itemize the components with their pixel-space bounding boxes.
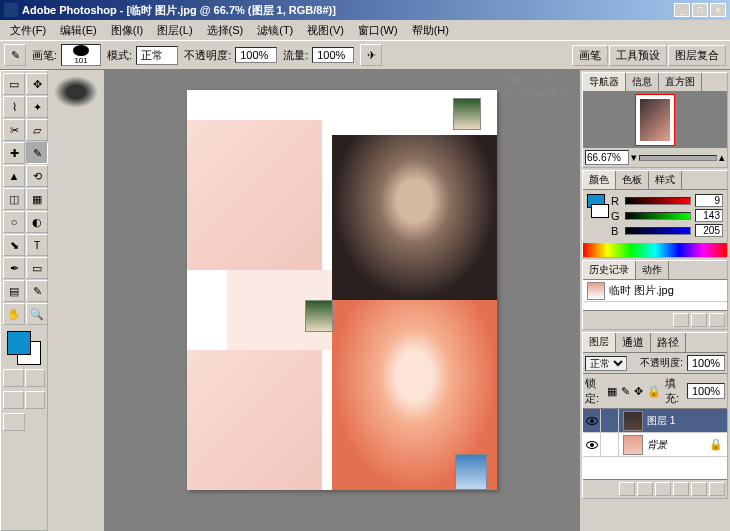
color-spectrum[interactable] <box>583 243 727 257</box>
dodge-tool[interactable]: ◐ <box>26 211 48 233</box>
visibility-toggle[interactable] <box>583 409 601 432</box>
new-snapshot-icon[interactable] <box>673 313 689 327</box>
fill-input[interactable]: 100% <box>687 383 725 399</box>
tab-swatches[interactable]: 色板 <box>616 171 649 189</box>
lock-trans-icon[interactable]: ▦ <box>607 385 617 398</box>
eraser-tool[interactable]: ◫ <box>3 188 25 210</box>
fx-icon[interactable] <box>619 482 635 496</box>
foreground-color[interactable] <box>7 331 31 355</box>
quickmask-mode[interactable] <box>25 369 46 387</box>
move-tool[interactable]: ✥ <box>26 73 48 95</box>
layer-item[interactable]: 背景 🔒 <box>583 433 727 457</box>
layer-name[interactable]: 图层 1 <box>647 414 727 428</box>
menu-filter[interactable]: 滤镜(T) <box>251 21 299 40</box>
new-layer-icon[interactable] <box>691 482 707 496</box>
menu-edit[interactable]: 编辑(E) <box>54 21 103 40</box>
notes-tool[interactable]: ▤ <box>3 280 25 302</box>
type-tool[interactable]: T <box>26 234 48 256</box>
lock-pixels-icon[interactable]: ✎ <box>621 385 630 398</box>
zoom-slider[interactable] <box>639 155 717 161</box>
tab-navigator[interactable]: 导航器 <box>583 73 626 91</box>
brush-preset-picker[interactable]: 101 <box>61 44 101 66</box>
tab-layers[interactable]: 图层 <box>583 333 616 352</box>
navigator-preview[interactable] <box>583 92 727 148</box>
lasso-tool[interactable]: ⌇ <box>3 96 25 118</box>
stamp-tool[interactable]: ▲ <box>3 165 25 187</box>
zoom-in-icon[interactable]: ▴ <box>719 151 725 164</box>
r-value[interactable]: 9 <box>695 194 723 207</box>
trash-icon[interactable] <box>709 313 725 327</box>
slice-tool[interactable]: ▱ <box>26 119 48 141</box>
link-toggle[interactable] <box>601 409 619 432</box>
b-slider[interactable] <box>625 227 691 235</box>
screen-mode-2[interactable] <box>25 391 46 409</box>
adjustment-icon[interactable] <box>655 482 671 496</box>
zoom-out-icon[interactable]: ▾ <box>631 151 637 164</box>
tab-history[interactable]: 历史记录 <box>583 261 636 279</box>
tab-brush[interactable]: 画笔 <box>572 45 608 66</box>
heal-tool[interactable]: ✚ <box>3 142 25 164</box>
history-brush-tool[interactable]: ⟲ <box>26 165 48 187</box>
imageready-button[interactable] <box>3 413 25 431</box>
tab-paths[interactable]: 路径 <box>651 333 686 352</box>
brush-tool[interactable]: ✎ <box>26 142 48 164</box>
g-value[interactable]: 143 <box>695 209 723 222</box>
new-doc-icon[interactable] <box>691 313 707 327</box>
menu-select[interactable]: 选择(S) <box>201 21 250 40</box>
blend-mode-select[interactable]: 正常 <box>136 46 178 65</box>
history-item[interactable]: 临时 图片.jpg <box>583 280 727 302</box>
crop-tool[interactable]: ✂ <box>3 119 25 141</box>
tab-channels[interactable]: 通道 <box>616 333 651 352</box>
tab-actions[interactable]: 动作 <box>636 261 669 279</box>
tab-styles[interactable]: 样式 <box>649 171 682 189</box>
gradient-tool[interactable]: ▦ <box>26 188 48 210</box>
layer-opacity-input[interactable]: 100% <box>687 355 725 371</box>
opacity-input[interactable]: 100% <box>235 47 277 63</box>
menu-layer[interactable]: 图层(L) <box>151 21 198 40</box>
minimize-button[interactable]: _ <box>674 3 690 17</box>
airbrush-icon[interactable]: ✈ <box>360 44 382 66</box>
zoom-tool[interactable]: 🔍 <box>26 303 48 325</box>
wand-tool[interactable]: ✦ <box>26 96 48 118</box>
menu-image[interactable]: 图像(I) <box>105 21 149 40</box>
path-tool[interactable]: ⬊ <box>3 234 25 256</box>
close-button[interactable]: × <box>710 3 726 17</box>
link-toggle[interactable] <box>601 433 619 456</box>
tab-toolpreset[interactable]: 工具预设 <box>609 45 667 66</box>
menu-file[interactable]: 文件(F) <box>4 21 52 40</box>
color-bg[interactable] <box>591 204 609 218</box>
maximize-button[interactable]: □ <box>692 3 708 17</box>
hand-tool[interactable]: ✋ <box>3 303 25 325</box>
tab-color[interactable]: 颜色 <box>583 171 616 189</box>
menu-help[interactable]: 帮助(H) <box>406 21 455 40</box>
eyedropper-tool[interactable]: ✎ <box>26 280 48 302</box>
standard-mode[interactable] <box>3 369 24 387</box>
layer-item[interactable]: 图层 1 <box>583 409 727 433</box>
r-slider[interactable] <box>625 197 691 205</box>
tab-histogram[interactable]: 直方图 <box>659 73 702 91</box>
marquee-tool[interactable]: ▭ <box>3 73 25 95</box>
blur-tool[interactable]: ○ <box>3 211 25 233</box>
trash-icon[interactable] <box>709 482 725 496</box>
menu-window[interactable]: 窗口(W) <box>352 21 404 40</box>
screen-mode-1[interactable] <box>3 391 24 409</box>
color-swatch[interactable] <box>1 327 47 367</box>
document-canvas[interactable] <box>187 90 497 490</box>
g-slider[interactable] <box>625 212 691 220</box>
flow-input[interactable]: 100% <box>312 47 354 63</box>
b-value[interactable]: 205 <box>695 224 723 237</box>
menu-view[interactable]: 视图(V) <box>301 21 350 40</box>
lock-pos-icon[interactable]: ✥ <box>634 385 643 398</box>
folder-icon[interactable] <box>673 482 689 496</box>
visibility-toggle[interactable] <box>583 433 601 456</box>
layer-blend-select[interactable]: 正常 <box>585 356 627 371</box>
tab-info[interactable]: 信息 <box>626 73 659 91</box>
layer-name[interactable]: 背景 <box>647 438 709 452</box>
canvas-area[interactable]: 思缘设计论坛 bbs.bovweb.cn <box>104 70 580 531</box>
lock-all-icon[interactable]: 🔒 <box>647 385 661 398</box>
mask-icon[interactable] <box>637 482 653 496</box>
zoom-input[interactable] <box>585 150 629 165</box>
tab-layercomp[interactable]: 图层复合 <box>668 45 726 66</box>
shape-tool[interactable]: ▭ <box>26 257 48 279</box>
pen-tool[interactable]: ✒ <box>3 257 25 279</box>
